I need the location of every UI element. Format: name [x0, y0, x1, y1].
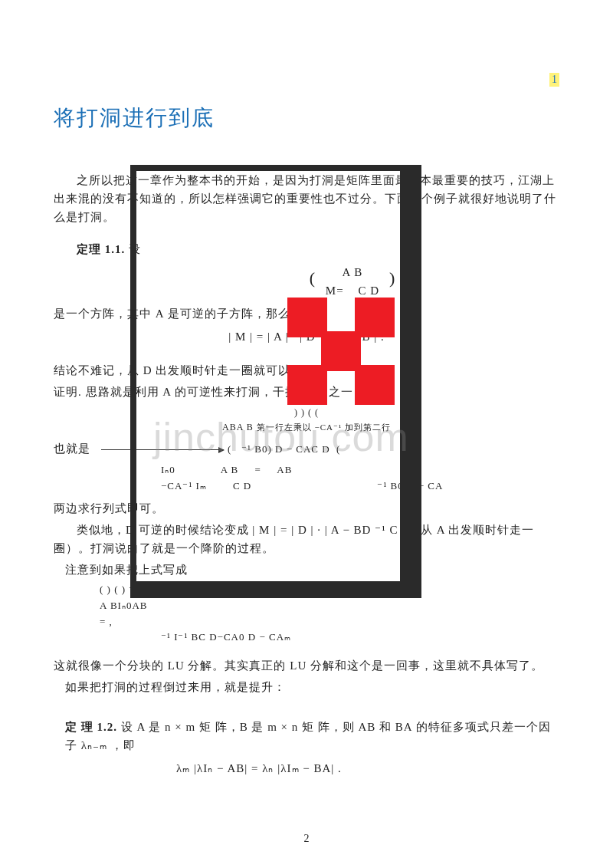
theorem-1-matrix: ( A B M= C D ) [146, 263, 559, 300]
note-line: 注意到如果把上式写成 [65, 561, 559, 579]
proof-step-1: ) ) ( ( ABA B 第一行左乘以 −CA⁻¹ 加到第二行 [54, 406, 559, 435]
frag-block: ( ) ( ) ⁻¹ ( ) A BIₙ0AB = , ⁻¹ I⁻¹ BC D−… [100, 582, 559, 646]
similar-paragraph: 类似地，D 可逆的时候结论变成 | M | = | D | · | A − BD… [54, 521, 559, 557]
also-label: 也就是 [54, 442, 90, 455]
also-line: 也就是 ( ⁻¹ B0) D − CAC D ( [54, 439, 559, 458]
page-number-bottom: 2 [304, 833, 310, 845]
theorem-2-formula: λₘ |λIₙ − AB| = λₙ |λIₘ − BA| . [176, 759, 559, 778]
theorem-1-result: | M | = | A | · | D − CA⁻¹ B | . [54, 327, 559, 346]
proof-step-note: 第一行左乘以 −CA⁻¹ 加到第二行 [257, 422, 391, 432]
det-line: 两边求行列式即可。 [54, 499, 559, 518]
intro-paragraph: 之所以把这一章作为整本书的开始，是因为打洞是矩阵里面最基本最重要的技巧，江湖上出… [54, 171, 559, 226]
arrow-icon [101, 449, 224, 450]
proof-lead: 证明. 思路就是利用 A 的可逆性来打洞，干掉 B, C 之一： [54, 383, 559, 401]
page-number-top: 1 [549, 73, 559, 87]
theorem-1-condition: 是一个方阵，其中 A 是可逆的子方阵，那么 [54, 304, 559, 323]
lu-paragraph: 这就很像一个分块的 LU 分解。其实真正的 LU 分解和这个是一回事，这里就不具… [54, 656, 559, 675]
reverse-line: 如果把打洞的过程倒过来用，就是提升： [65, 678, 559, 696]
frag-b: A BIₙ0AB [100, 598, 559, 614]
document-page: 1 将打洞进行到底 之所以把这一章作为整本书的开始，是因为打洞是矩阵里面最基本最… [0, 0, 613, 868]
matrix-lhs: M= [326, 284, 344, 297]
theorem-1-label: 定理 1.1. [77, 243, 125, 255]
block2-g: ⁻¹ B0 D − CA [377, 480, 443, 492]
frag-d: ⁻¹ I⁻¹ BC D−CA0 D − CAₘ [161, 630, 559, 646]
block2-a: Iₙ0 [161, 464, 175, 475]
page-title: 将打洞进行到底 [54, 104, 559, 133]
block2-f: ⁻¹ B0) D − CAC D [241, 443, 330, 455]
matrix-row-2: C D [359, 284, 380, 297]
matrix-row-1: A B [343, 266, 363, 278]
proof-block-2: Iₙ0 A B = AB −CA⁻¹ Iₘ C D ⁻¹ B0 D − CA [161, 462, 559, 495]
frag-c: = , [100, 614, 559, 630]
theorem-1-lead: 设 [129, 243, 141, 255]
block2-d: C D [233, 480, 251, 492]
block2-c: A B [221, 464, 239, 475]
proof-frag-1: ABA B [222, 422, 254, 432]
memo-line: 结论不难记，从 D 出发顺时针走一圈就可以了。 [54, 361, 559, 380]
theorem-2-label: 定 理 1.2. [65, 721, 117, 733]
theorem-2-body: 设 A 是 n × m 矩 阵，B 是 m × n 矩 阵，则 AB 和 BA … [65, 721, 551, 751]
theorem-1: 定理 1.1. 设 [77, 240, 559, 258]
block2-e: AB [277, 464, 292, 475]
frag-a: ( ) ( ) ⁻¹ ( ) [100, 582, 559, 598]
theorem-2: 定 理 1.2. 设 A 是 n × m 矩 阵，B 是 m × n 矩 阵，则… [65, 718, 559, 755]
block2-b: −CA⁻¹ Iₘ [161, 480, 207, 492]
